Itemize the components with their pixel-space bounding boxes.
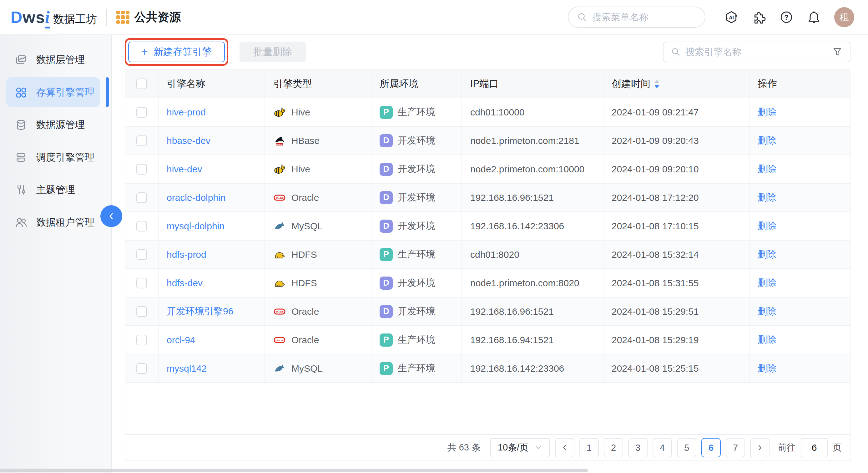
- delete-link[interactable]: 删除: [757, 191, 776, 204]
- page-button-2[interactable]: 2: [604, 438, 623, 457]
- delete-link[interactable]: 删除: [757, 333, 776, 346]
- row-checkbox[interactable]: [136, 107, 147, 118]
- delete-link[interactable]: 删除: [757, 305, 776, 318]
- next-page-button[interactable]: [750, 438, 770, 457]
- delete-link[interactable]: 删除: [757, 134, 776, 147]
- env-badge: P: [380, 362, 393, 375]
- row-checkbox[interactable]: [136, 363, 147, 374]
- plugin-puzzle-icon[interactable]: [752, 10, 766, 24]
- page-button-1[interactable]: 1: [579, 438, 599, 457]
- engine-name-link[interactable]: orcl-94: [167, 335, 195, 345]
- env-badge: D: [380, 219, 393, 233]
- page-size-value: 10条/页: [498, 441, 528, 454]
- sidebar-item-data-layer[interactable]: 数据层管理: [6, 45, 100, 75]
- batch-delete-button[interactable]: 批量删除: [240, 41, 306, 62]
- env-label: 生产环境: [398, 248, 435, 261]
- env-badge: D: [380, 163, 393, 176]
- sidebar-item-scheduler[interactable]: 调度引擎管理: [6, 142, 100, 172]
- sidebar-item-tenant[interactable]: 数据租户管理: [6, 207, 100, 237]
- created-time: 2024-01-08 15:25:15: [603, 354, 749, 382]
- row-checkbox[interactable]: [136, 306, 147, 317]
- engine-name-link[interactable]: mysql142: [167, 363, 207, 374]
- row-checkbox[interactable]: [136, 136, 147, 146]
- sidebar-item-theme[interactable]: 主题管理: [6, 175, 100, 205]
- page-button-4[interactable]: 4: [653, 438, 672, 457]
- engine-grid-icon: [14, 86, 28, 99]
- engine-name-link[interactable]: mysql-dolphin: [167, 221, 224, 232]
- chevron-left-icon: [106, 211, 116, 221]
- sidebar-collapse-button[interactable]: [100, 205, 122, 227]
- row-checkbox[interactable]: [136, 164, 147, 175]
- delete-link[interactable]: 删除: [757, 248, 776, 261]
- sidebar-item-storage-engine[interactable]: 存算引擎管理: [6, 77, 100, 107]
- delete-link[interactable]: 删除: [757, 106, 776, 119]
- engine-name-link[interactable]: hdfs-prod: [167, 249, 206, 260]
- page-button-3[interactable]: 3: [628, 438, 648, 457]
- env-label: 开发环境: [398, 276, 435, 289]
- sidebar-item-label: 数据层管理: [36, 53, 85, 66]
- table-empty-space: [125, 383, 850, 434]
- engine-type-label: Oracle: [291, 193, 319, 203]
- row-checkbox[interactable]: [136, 221, 147, 232]
- user-avatar[interactable]: 租: [834, 7, 854, 27]
- create-engine-button[interactable]: + 新建存算引擎: [128, 41, 225, 62]
- engine-type-label: Oracle: [291, 306, 319, 317]
- page-button-5[interactable]: 5: [677, 438, 696, 457]
- horizontal-scrollbar-thumb[interactable]: [0, 469, 588, 472]
- notification-bell-icon[interactable]: [807, 10, 821, 24]
- select-all-checkbox[interactable]: [136, 79, 147, 89]
- row-checkbox[interactable]: [136, 278, 147, 289]
- sort-carets[interactable]: [654, 80, 660, 88]
- filter-funnel-icon[interactable]: [832, 46, 843, 58]
- main-content: + 新建存算引擎 批量删除: [112, 35, 868, 473]
- delete-link[interactable]: 删除: [757, 163, 776, 176]
- database-icon: [14, 118, 28, 131]
- prev-page-button[interactable]: [555, 438, 575, 457]
- sidebar-item-datasource[interactable]: 数据源管理: [6, 110, 100, 140]
- created-time: 2024-01-09 09:20:43: [603, 127, 749, 154]
- menu-search-input[interactable]: [592, 12, 696, 23]
- jump-page-input[interactable]: [801, 438, 828, 457]
- engine-name-link[interactable]: oracle-dolphin: [167, 193, 225, 203]
- table-row: hive-dev Hive D开发环境 node2.primeton.com:1…: [125, 155, 850, 184]
- page-button-6-active[interactable]: 6: [701, 438, 721, 457]
- sort-desc-icon[interactable]: [654, 85, 660, 88]
- help-icon[interactable]: ?: [779, 10, 794, 24]
- engine-name-link[interactable]: 开发环境引擎96: [167, 305, 233, 318]
- engine-name-link[interactable]: hdfs-dev: [167, 278, 203, 289]
- delete-link[interactable]: 删除: [757, 219, 776, 232]
- engine-search-input[interactable]: [685, 47, 827, 57]
- logo-letter-d: D: [11, 8, 23, 26]
- page-button-7[interactable]: 7: [726, 438, 745, 457]
- plus-icon: +: [141, 46, 148, 58]
- env-label: 开发环境: [398, 219, 435, 232]
- engine-table: 引擎名称 引擎类型 所属环境 IP端口 创建时间 操作 hive-prod Hi…: [125, 69, 850, 461]
- ip-port: cdh01:10000: [462, 98, 603, 126]
- oracle-icon: ORACLE: [273, 191, 286, 204]
- table-header-row: 引擎名称 引擎类型 所属环境 IP端口 创建时间 操作: [125, 70, 850, 98]
- pagination: 共 63 条 10条/页 1 2 3 4 5 6: [125, 434, 850, 461]
- engine-name-link[interactable]: hive-dev: [167, 164, 202, 175]
- row-checkbox[interactable]: [136, 249, 147, 260]
- logo-letters-ws: ws: [23, 8, 45, 26]
- engine-name-link[interactable]: hive-prod: [167, 107, 206, 118]
- jump-suffix: 页: [833, 441, 842, 454]
- sort-asc-icon[interactable]: [654, 80, 660, 83]
- delete-link[interactable]: 删除: [757, 276, 776, 289]
- menu-search-box[interactable]: [568, 6, 705, 28]
- page-body: 数据层管理 存算引擎管理 数据源管理 调度引擎管理: [0, 35, 868, 473]
- sidebar-item-label: 主题管理: [36, 183, 75, 197]
- create-engine-label: 新建存算引擎: [154, 46, 212, 59]
- row-checkbox[interactable]: [136, 335, 147, 345]
- env-badge: P: [380, 248, 393, 261]
- delete-link[interactable]: 删除: [757, 362, 776, 375]
- module-switcher[interactable]: 公共资源: [116, 9, 181, 25]
- svg-text:ORACLE: ORACLE: [276, 339, 283, 341]
- row-checkbox[interactable]: [136, 193, 147, 203]
- data-layers-icon: [14, 53, 28, 66]
- engine-search-box[interactable]: [663, 41, 850, 62]
- ai-assistant-icon[interactable]: AI: [724, 10, 739, 24]
- engine-name-link[interactable]: hbase-dev: [167, 136, 211, 146]
- ip-port: 192.168.16.94:1521: [462, 326, 603, 354]
- page-size-select[interactable]: 10条/页: [490, 438, 550, 457]
